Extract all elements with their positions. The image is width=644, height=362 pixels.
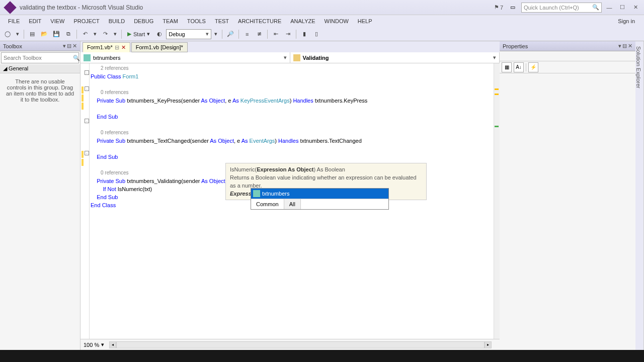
intellisense-tab-common[interactable]: Common bbox=[251, 199, 284, 209]
new-project-button[interactable]: ▤ bbox=[27, 29, 38, 40]
outdent-button[interactable]: ⇤ bbox=[270, 29, 281, 40]
fold-icon[interactable]: - bbox=[85, 86, 89, 91]
menu-analyze[interactable]: ANALYZE bbox=[286, 17, 319, 25]
nav-back-dropdown[interactable]: ▾ bbox=[14, 29, 21, 40]
close-icon[interactable]: ✕ bbox=[628, 43, 632, 49]
horizontal-scrollbar[interactable]: ◂ ▸ bbox=[109, 341, 492, 348]
browser-select-button[interactable]: ◐ bbox=[154, 29, 165, 40]
chevron-down-icon: ▾ bbox=[147, 31, 150, 37]
uncomment-button[interactable]: ≢ bbox=[254, 29, 265, 40]
indent-button[interactable]: ⇥ bbox=[282, 29, 293, 40]
notification-indicator[interactable]: ⚑ 7 bbox=[494, 4, 503, 11]
events-button[interactable]: ⚡ bbox=[528, 62, 538, 72]
event-icon bbox=[293, 54, 300, 61]
dropdown-icon[interactable]: ▾ bbox=[63, 43, 66, 49]
platform-dropdown[interactable]: ▾ bbox=[212, 29, 219, 40]
pin-icon[interactable]: ⊟ bbox=[622, 43, 627, 49]
alphabetical-button[interactable]: A↓ bbox=[514, 62, 524, 72]
toolbox-group-general[interactable]: ◢ General bbox=[0, 64, 80, 73]
toolbox-search-input[interactable] bbox=[4, 55, 73, 61]
scroll-left-button[interactable]: ◂ bbox=[109, 341, 116, 348]
field-icon bbox=[84, 54, 91, 61]
codelens[interactable]: 0 references bbox=[91, 129, 500, 137]
document-tabs: Form1.vb* ⊟ ✕ Form1.vb [Design]* bbox=[80, 41, 500, 52]
play-icon: ▶ bbox=[127, 31, 131, 37]
menu-project[interactable]: PROJECT bbox=[69, 17, 103, 25]
menu-view[interactable]: VIEW bbox=[46, 17, 68, 25]
tab-form1-design[interactable]: Form1.vb [Design]* bbox=[131, 42, 188, 52]
navigation-bar: txtnumbers Validating bbox=[80, 52, 500, 63]
tab-label: Form1.vb* bbox=[87, 44, 113, 50]
type-selector[interactable]: txtnumbers bbox=[80, 52, 290, 63]
config-combo[interactable]: Debug bbox=[166, 29, 211, 39]
codelens[interactable]: 0 references bbox=[91, 88, 500, 97]
feedback-icon[interactable]: ▭ bbox=[510, 4, 515, 11]
nav-back-button[interactable]: ◯ bbox=[2, 29, 13, 40]
close-icon[interactable]: ✕ bbox=[72, 43, 77, 49]
group-label: General bbox=[9, 65, 28, 71]
intellisense-popup[interactable]: txtnumbers Common All bbox=[251, 188, 389, 210]
menu-architecture[interactable]: ARCHITECTURE bbox=[234, 17, 285, 25]
menu-window[interactable]: WINDOW bbox=[320, 17, 353, 25]
change-marker bbox=[82, 86, 84, 94]
intellisense-item[interactable]: txtnumbers bbox=[251, 189, 388, 199]
find-button[interactable]: 🔎 bbox=[225, 29, 236, 40]
zoom-selector[interactable]: 100 % ▾ bbox=[84, 341, 104, 348]
pin-icon[interactable]: ⊟ bbox=[115, 44, 119, 51]
change-indicator bbox=[495, 88, 499, 90]
search-icon: 🔍 bbox=[592, 4, 599, 11]
dropdown-icon[interactable]: ▾ bbox=[618, 43, 621, 49]
member-selector[interactable]: Validating bbox=[290, 52, 500, 63]
undo-button[interactable]: ↶ bbox=[79, 29, 91, 40]
editor-status-bar: 100 % ▾ ◂ ▸ bbox=[80, 339, 500, 350]
tab-form1-vb[interactable]: Form1.vb* ⊟ ✕ bbox=[83, 42, 130, 52]
menu-test[interactable]: TEST bbox=[211, 17, 233, 25]
tooltip-description: Returns a Boolean value indicating wheth… bbox=[230, 173, 422, 190]
redo-button[interactable]: ↷ bbox=[100, 29, 111, 40]
window-title: validating the textbox - Microsoft Visua… bbox=[20, 4, 143, 11]
enhanced-scrollbar[interactable] bbox=[494, 63, 500, 339]
start-debug-button[interactable]: ▶ Start ▾ bbox=[124, 31, 153, 37]
save-button[interactable]: 💾 bbox=[51, 29, 62, 40]
bookmark-button[interactable]: ▮ bbox=[299, 29, 310, 40]
minimize-button[interactable]: — bbox=[604, 3, 615, 13]
codelens[interactable]: 2 references bbox=[91, 64, 500, 72]
flag-icon: ⚑ bbox=[494, 4, 499, 11]
categorized-button[interactable]: ▦ bbox=[502, 62, 512, 72]
toolbox-search[interactable]: 🔍 bbox=[1, 52, 79, 63]
close-button[interactable]: ✕ bbox=[630, 3, 641, 13]
menu-edit[interactable]: EDIT bbox=[25, 17, 45, 25]
menu-file[interactable]: FILE bbox=[4, 17, 24, 25]
chevron-down-icon: ▾ bbox=[101, 341, 104, 348]
scroll-track[interactable] bbox=[116, 341, 485, 348]
close-tab-icon[interactable]: ✕ bbox=[121, 44, 126, 51]
menu-team[interactable]: TEAM bbox=[158, 17, 182, 25]
properties-title: Properties bbox=[503, 43, 528, 49]
scroll-right-button[interactable]: ▸ bbox=[485, 341, 492, 348]
solution-explorer-tab[interactable]: Solution Explorer bbox=[635, 41, 644, 350]
bookmark-clear-button[interactable]: ▯ bbox=[311, 29, 322, 40]
zoom-label: 100 % bbox=[84, 342, 99, 348]
field-icon bbox=[253, 190, 260, 197]
fold-icon[interactable]: - bbox=[85, 70, 89, 75]
menu-debug[interactable]: DEBUG bbox=[130, 17, 157, 25]
menu-tools[interactable]: TOOLS bbox=[183, 17, 210, 25]
workspace: Toolbox ▾ ⊟ ✕ 🔍 ◢ General There are no u… bbox=[0, 41, 644, 350]
maximize-button[interactable]: ☐ bbox=[617, 3, 628, 13]
menu-help[interactable]: HELP bbox=[354, 17, 376, 25]
save-all-button[interactable]: ⧉ bbox=[63, 29, 74, 40]
pin-icon[interactable]: ⊟ bbox=[67, 43, 71, 49]
code-area[interactable]: - - - - 2 references Public Class Form1 … bbox=[80, 63, 500, 339]
intellisense-tab-all[interactable]: All bbox=[284, 199, 301, 209]
redo-dropdown[interactable]: ▾ bbox=[112, 29, 119, 40]
fold-icon[interactable]: - bbox=[85, 119, 89, 123]
quick-launch-input[interactable]: Quick Launch (Ctrl+Q) 🔍 bbox=[521, 3, 602, 13]
sign-in-link[interactable]: Sign in bbox=[613, 17, 640, 25]
properties-object-selector[interactable] bbox=[500, 51, 635, 61]
comment-button[interactable]: ≡ bbox=[242, 29, 253, 40]
quick-launch-placeholder: Quick Launch (Ctrl+Q) bbox=[524, 5, 579, 11]
menu-build[interactable]: BUILD bbox=[105, 17, 129, 25]
undo-dropdown[interactable]: ▾ bbox=[92, 29, 99, 40]
open-file-button[interactable]: 📂 bbox=[39, 29, 50, 40]
fold-icon[interactable]: - bbox=[85, 151, 89, 155]
